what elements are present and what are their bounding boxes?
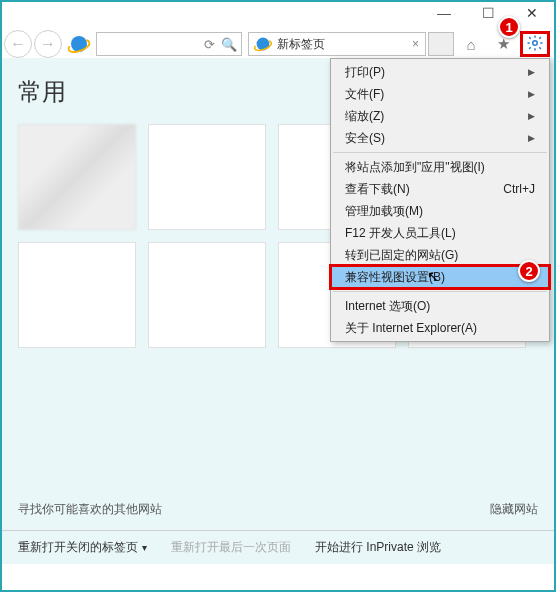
menu-view-downloads[interactable]: 查看下载(N)Ctrl+J	[331, 178, 549, 200]
home-icon[interactable]: ⌂	[456, 31, 486, 57]
reopen-last-session-link[interactable]: 重新打开最后一次页面	[171, 539, 291, 556]
browser-tab[interactable]: 新标签页 ×	[248, 32, 426, 56]
menu-separator	[333, 152, 547, 153]
menu-f12-devtools[interactable]: F12 开发人员工具(L)	[331, 222, 549, 244]
address-bar[interactable]: ⟳ 🔍	[96, 32, 242, 56]
chevron-down-icon: ▾	[142, 542, 147, 553]
tab-strip: 新标签页 ×	[248, 32, 454, 56]
site-tile[interactable]	[148, 242, 266, 348]
discover-sites-link[interactable]: 寻找你可能喜欢的其他网站	[18, 501, 162, 518]
new-tab-button[interactable]	[428, 32, 454, 56]
reopen-closed-tabs-link[interactable]: 重新打开关闭的标签页 ▾	[18, 539, 147, 556]
forward-button[interactable]: →	[34, 30, 62, 58]
tools-gear-button[interactable]	[520, 31, 550, 57]
menu-pinned-sites[interactable]: 转到已固定的网站(G)	[331, 244, 549, 266]
ie-logo-icon	[68, 33, 90, 55]
title-bar: — ☐ ✕	[2, 2, 554, 30]
gear-icon	[526, 34, 544, 55]
submenu-arrow-icon: ▶	[528, 133, 535, 143]
back-button[interactable]: ←	[4, 30, 32, 58]
bottom-links: 寻找你可能喜欢的其他网站 隐藏网站	[18, 501, 538, 518]
submenu-arrow-icon: ▶	[528, 111, 535, 121]
submenu-arrow-icon: ▶	[528, 89, 535, 99]
svg-point-0	[533, 40, 538, 45]
menu-about-ie[interactable]: 关于 Internet Explorer(A)	[331, 317, 549, 339]
menu-safety[interactable]: 安全(S)▶	[331, 127, 549, 149]
site-tile[interactable]	[148, 124, 266, 230]
submenu-arrow-icon: ▶	[528, 67, 535, 77]
hide-sites-link[interactable]: 隐藏网站	[490, 501, 538, 518]
tab-close-icon[interactable]: ×	[412, 37, 419, 51]
refresh-icon[interactable]: ⟳	[204, 37, 215, 52]
site-tile[interactable]	[18, 124, 136, 230]
toolbar: ← → ⟳ 🔍 新标签页 × ⌂ ★	[2, 30, 554, 58]
menu-print[interactable]: 打印(P)▶	[331, 61, 549, 83]
menu-zoom[interactable]: 缩放(Z)▶	[331, 105, 549, 127]
menu-separator	[333, 291, 547, 292]
tab-title: 新标签页	[277, 36, 406, 53]
menu-compatibility-view-settings[interactable]: 兼容性视图设置(B) ↖	[331, 266, 549, 288]
minimize-button[interactable]: —	[422, 2, 466, 24]
menu-file[interactable]: 文件(F)▶	[331, 83, 549, 105]
inprivate-browsing-link[interactable]: 开始进行 InPrivate 浏览	[315, 539, 441, 556]
tab-favicon-icon	[257, 38, 270, 51]
menu-manage-addons[interactable]: 管理加载项(M)	[331, 200, 549, 222]
annotation-callout-2: 2	[518, 260, 540, 282]
search-icon[interactable]: 🔍	[221, 37, 237, 52]
site-tile[interactable]	[18, 242, 136, 348]
menu-internet-options[interactable]: Internet 选项(O)	[331, 295, 549, 317]
annotation-callout-1: 1	[498, 16, 520, 38]
menu-add-to-apps[interactable]: 将站点添加到"应用"视图(I)	[331, 156, 549, 178]
footer-bar: 重新打开关闭的标签页 ▾ 重新打开最后一次页面 开始进行 InPrivate 浏…	[2, 530, 554, 564]
tools-menu: 打印(P)▶ 文件(F)▶ 缩放(Z)▶ 安全(S)▶ 将站点添加到"应用"视图…	[330, 58, 550, 342]
